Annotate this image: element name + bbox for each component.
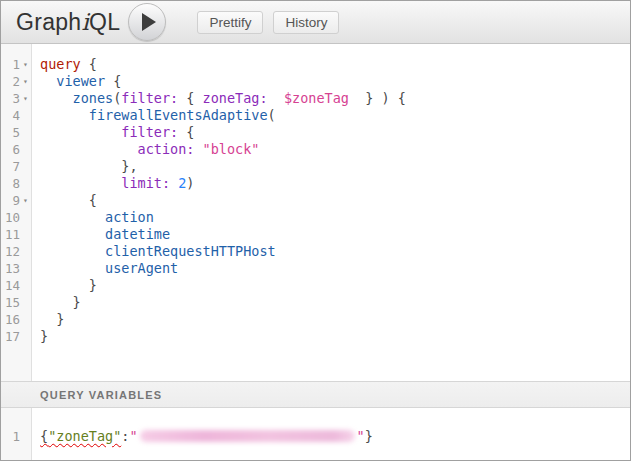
code-token: } ) { [349, 90, 406, 106]
line-number: 2 [1, 73, 20, 90]
code-token: datetime [105, 226, 170, 242]
line-number: 16 [1, 311, 20, 328]
code-token [40, 243, 105, 259]
code-line[interactable]: clientRequestHTTPHost [40, 243, 630, 260]
line-number: 6 [1, 141, 20, 158]
gutter-row: 2▾ [1, 73, 31, 90]
code-token: zoneTag: [203, 90, 268, 106]
code-token: { [178, 90, 202, 106]
gutter-row: 7 [1, 158, 31, 175]
code-token: filter: [121, 90, 178, 106]
query-gutter: 1▾2▾3▾456789▾1011121314151617 [1, 44, 32, 381]
query-variables-header[interactable]: QUERY VARIABLES [1, 381, 630, 408]
graphiql-window: GraphiQL Prettify History 1▾2▾3▾456789▾1… [0, 0, 631, 461]
toolbar: GraphiQL Prettify History [1, 1, 630, 44]
fold-arrow-icon[interactable]: ▾ [20, 90, 31, 107]
code-line[interactable]: action: "block" [40, 141, 630, 158]
code-token: filter: [121, 124, 178, 140]
code-line[interactable]: limit: 2) [40, 175, 630, 192]
code-line[interactable]: } [40, 311, 630, 328]
code-token [40, 141, 138, 157]
code-line[interactable]: { [40, 192, 630, 209]
code-token: "zoneTag" [48, 428, 121, 444]
code-token: { [81, 56, 97, 72]
query-variables-title: QUERY VARIABLES [40, 389, 162, 401]
code-token: $zoneTag [284, 90, 349, 106]
code-line[interactable]: } [40, 328, 630, 345]
gutter-row: 14 [1, 277, 31, 294]
code-line[interactable]: query { [40, 56, 630, 73]
code-token: }, [40, 158, 138, 174]
code-line[interactable]: viewer { [40, 73, 630, 90]
redacted-value [140, 430, 355, 442]
prettify-button[interactable]: Prettify [197, 11, 263, 34]
code-token: ( [268, 107, 276, 123]
gutter-row: 16 [1, 311, 31, 328]
fold-arrow-icon[interactable]: ▾ [20, 192, 31, 209]
code-token [194, 141, 202, 157]
code-token: { [105, 73, 121, 89]
code-line[interactable]: zones(filter: { zoneTag: $zoneTag } ) { [40, 90, 630, 107]
line-number: 11 [1, 226, 20, 243]
line-number: 13 [1, 260, 20, 277]
code-token: ) [186, 175, 194, 191]
code-token [40, 73, 56, 89]
line-number: 12 [1, 243, 20, 260]
gutter-row: 12 [1, 243, 31, 260]
code-token: limit: [121, 175, 170, 191]
code-token: "block" [203, 141, 260, 157]
code-line[interactable]: }, [40, 158, 630, 175]
history-button[interactable]: History [273, 11, 339, 34]
gutter-row: 11 [1, 226, 31, 243]
execute-query-button[interactable] [128, 3, 166, 41]
gutter-row: 9▾ [1, 192, 31, 209]
gutter-row: 6 [1, 141, 31, 158]
code-token [170, 175, 178, 191]
code-token: } [40, 277, 97, 293]
gutter-row: 10 [1, 209, 31, 226]
code-token: query [40, 56, 81, 72]
code-token: zones [73, 90, 114, 106]
code-token: { [40, 192, 97, 208]
code-token [40, 175, 121, 191]
line-number: 1 [1, 428, 20, 445]
line-number: 9 [1, 192, 20, 209]
variables-editor[interactable]: 1 {"zoneTag":""} [1, 408, 630, 460]
code-line[interactable]: datetime [40, 226, 630, 243]
line-number: 5 [1, 124, 20, 141]
line-number: 7 [1, 158, 20, 175]
line-number: 3 [1, 90, 20, 107]
line-number: 17 [1, 328, 20, 345]
graphiql-logo: GraphiQL [16, 9, 120, 36]
code-token [40, 90, 73, 106]
gutter-row: 8 [1, 175, 31, 192]
code-token: " [129, 428, 137, 444]
line-number: 8 [1, 175, 20, 192]
gutter-row: 17 [1, 328, 31, 345]
query-code[interactable]: query { viewer { zones(filter: { zoneTag… [32, 44, 630, 381]
code-line[interactable]: userAgent [40, 260, 630, 277]
code-token: viewer [56, 73, 105, 89]
gutter-row: 1▾ [1, 56, 31, 73]
code-token [40, 226, 105, 242]
gutter-row: 13 [1, 260, 31, 277]
query-editor[interactable]: 1▾2▾3▾456789▾1011121314151617 query { vi… [1, 44, 630, 381]
variables-gutter: 1 [1, 408, 32, 460]
code-line[interactable]: action [40, 209, 630, 226]
code-line[interactable]: firewallEventsAdaptive( [40, 107, 630, 124]
fold-arrow-icon[interactable]: ▾ [20, 56, 31, 73]
variables-code[interactable]: {"zoneTag":""} [32, 408, 630, 460]
code-token: firewallEventsAdaptive [89, 107, 268, 123]
code-token [40, 209, 105, 225]
gutter-row: 1 [1, 428, 31, 445]
code-line[interactable]: } [40, 294, 630, 311]
code-line[interactable]: filter: { [40, 124, 630, 141]
line-number: 15 [1, 294, 20, 311]
code-token: clientRequestHTTPHost [105, 243, 276, 259]
fold-arrow-icon[interactable]: ▾ [20, 73, 31, 90]
code-token [268, 90, 284, 106]
gutter-row: 4 [1, 107, 31, 124]
code-line[interactable]: } [40, 277, 630, 294]
code-line[interactable]: {"zoneTag":""} [40, 428, 630, 445]
code-token: } [40, 311, 64, 327]
